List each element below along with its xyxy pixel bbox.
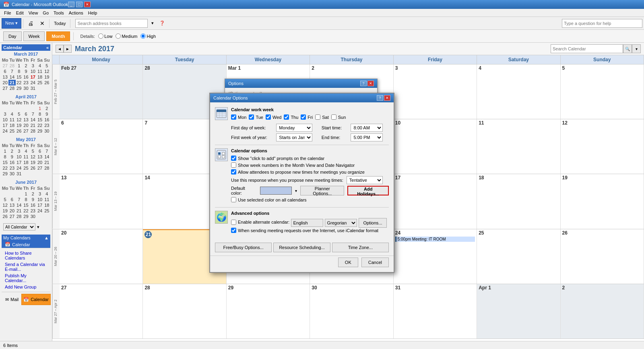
mini-cal-day[interactable]: 6	[8, 197, 15, 202]
add-holidays-btn[interactable]: Add Holidays...	[347, 186, 389, 195]
tue-checkbox[interactable]: Tue	[249, 114, 263, 120]
mini-cal-day[interactable]: 12	[43, 69, 50, 74]
mail-nav-btn[interactable]: ✉ Mail	[3, 294, 21, 305]
response-select[interactable]: Tentative	[347, 176, 383, 184]
cal-cell-mar10[interactable]: 10	[394, 119, 477, 174]
start-time-select[interactable]: 8:00 AM	[351, 124, 383, 132]
mini-cal-day[interactable]: 16	[29, 202, 36, 208]
mini-cal-day[interactable]: 24	[29, 80, 36, 85]
mini-cal-day[interactable]: 16	[23, 74, 29, 80]
menu-edit[interactable]: Edit	[14, 10, 26, 16]
mini-cal-day[interactable]: 15	[23, 202, 29, 208]
mini-cal-day[interactable]: 25	[23, 165, 29, 171]
mini-cal-day[interactable]: 12	[16, 117, 23, 123]
mini-cal-day[interactable]: 8	[16, 69, 23, 74]
mini-cal-day[interactable]: 7	[16, 197, 23, 202]
maximize-btn[interactable]: □	[76, 2, 83, 7]
mini-cal-day[interactable]: 21	[16, 208, 23, 214]
delete-btn[interactable]: ✕	[37, 18, 47, 29]
mini-cal-day[interactable]: 14	[43, 154, 50, 160]
mini-cal-day[interactable]: 28	[43, 165, 50, 171]
mini-cal-day[interactable]: 20	[36, 160, 43, 165]
time-zone-btn[interactable]: Time Zone...	[332, 243, 389, 252]
mini-cal-day[interactable]: 24	[36, 208, 43, 214]
first-week-select[interactable]: Starts on Jan 1	[276, 133, 312, 141]
cal-cell-mar28[interactable]: 28	[143, 284, 226, 339]
mini-cal-day[interactable]: 9	[29, 197, 36, 202]
mini-cal-day[interactable]: 11	[8, 117, 15, 123]
help-search-input[interactable]	[562, 19, 642, 28]
mini-cal-day[interactable]: 27	[2, 63, 8, 69]
cal-options-cancel-btn[interactable]: Cancel	[361, 258, 389, 267]
calendar-nav-btn[interactable]: 📅 Calendar	[21, 294, 51, 305]
menu-view[interactable]: View	[26, 10, 41, 16]
mini-cal-day[interactable]: 26	[29, 165, 36, 171]
mini-cal-day[interactable]: 10	[16, 154, 23, 160]
mini-cal-day[interactable]: 20	[23, 123, 29, 128]
mini-cal-day[interactable]: 5	[2, 197, 8, 202]
mini-cal-day[interactable]: 3	[16, 148, 23, 154]
add-group-link[interactable]: Add New Group	[3, 284, 49, 290]
mini-cal-day-today[interactable]: 21	[8, 80, 15, 85]
cal-cell-mar18[interactable]: 18	[477, 174, 560, 229]
mini-cal-day[interactable]: 25	[36, 80, 43, 85]
mini-cal-day[interactable]: 15	[36, 117, 43, 123]
mini-cal-day[interactable]: 17	[29, 74, 36, 80]
mini-cal-day[interactable]: 1	[16, 63, 23, 69]
mini-cal-day[interactable]: 15	[16, 74, 23, 80]
mini-cal-day[interactable]: 26	[43, 80, 50, 85]
share-calendars-link[interactable]: How to Share Calendars	[3, 250, 49, 261]
allow-propose-checkbox[interactable]: Allow attendees to propose new times for…	[231, 169, 389, 174]
mini-cal-day[interactable]: 13	[36, 154, 43, 160]
mini-cal-day[interactable]: 20	[8, 208, 15, 214]
mini-cal-day[interactable]: 4	[36, 63, 43, 69]
mini-cal-day[interactable]: 13	[2, 74, 8, 80]
free-busy-btn[interactable]: Free/Busy Options...	[215, 243, 272, 252]
mini-cal-day[interactable]: 23	[29, 208, 36, 214]
send-calendar-link[interactable]: Send a Calendar via E-mail...	[3, 261, 49, 272]
mini-cal-day[interactable]: 27	[36, 165, 43, 171]
fri-checkbox[interactable]: Fri	[301, 114, 313, 120]
mini-cal-day[interactable]: 25	[43, 208, 50, 214]
mini-cal-day[interactable]: 27	[8, 214, 15, 219]
mini-cal-day[interactable]: 22	[23, 208, 29, 214]
mini-cal-day[interactable]: 7	[8, 69, 15, 74]
mini-cal-day[interactable]: 13	[8, 202, 15, 208]
cal-options-ok-btn[interactable]: OK	[338, 258, 358, 267]
mini-cal-day[interactable]: 22	[2, 165, 8, 171]
thu-checkbox[interactable]: Thu	[284, 114, 298, 120]
cal-cell-mar27[interactable]: 27	[60, 284, 143, 339]
mini-cal-day[interactable]: 14	[29, 117, 36, 123]
mini-cal-day[interactable]: 21	[29, 123, 36, 128]
mini-cal-day[interactable]: 20	[2, 80, 8, 85]
mini-cal-day[interactable]: 8	[36, 111, 43, 117]
menu-tools[interactable]: Tools	[51, 10, 66, 16]
mini-cal-day[interactable]: 7	[29, 111, 36, 117]
mini-cal-day[interactable]: 16	[43, 117, 50, 123]
mini-cal-day[interactable]: 30	[8, 171, 15, 177]
mini-cal-day[interactable]: 9	[8, 154, 15, 160]
all-cal-dropdown[interactable]: All Calendar Items	[3, 223, 35, 231]
mini-cal-day[interactable]: 14	[16, 202, 23, 208]
mini-cal-day[interactable]: 18	[23, 160, 29, 165]
cal-options-help-btn[interactable]: ?	[377, 95, 383, 101]
mini-cal-day[interactable]: 6	[2, 69, 8, 74]
cal-cell-mar24[interactable]: 24 5:00pm Meeting: IT ROOM	[394, 229, 477, 284]
mini-cal-day[interactable]: 26	[16, 128, 23, 134]
cal-cell-mar11[interactable]: 11	[477, 119, 560, 174]
mini-cal-day[interactable]: 23	[8, 165, 15, 171]
cal-cell-mar6[interactable]: 6	[60, 119, 143, 174]
mini-cal-day[interactable]: 13	[23, 117, 29, 123]
cal-cell-mar26[interactable]: 26	[561, 229, 644, 284]
mini-cal-day[interactable]: 28	[8, 63, 15, 69]
search-btn[interactable]: ▾	[149, 18, 157, 29]
mini-cal-day[interactable]: 31	[16, 171, 23, 177]
mini-cal-day[interactable]: 10	[29, 69, 36, 74]
mini-cal-day[interactable]: 17	[2, 123, 8, 128]
show-click-add-checkbox[interactable]: Show "click to add" prompts on the calen…	[231, 156, 389, 161]
mini-cal-day[interactable]: 26	[2, 214, 8, 219]
alt-cal-options-btn[interactable]: Options...	[359, 218, 386, 228]
cal-cell-mar25[interactable]: 25	[477, 229, 560, 284]
mini-cal-day[interactable]: 8	[23, 197, 29, 202]
today-btn[interactable]: Today	[51, 18, 68, 29]
